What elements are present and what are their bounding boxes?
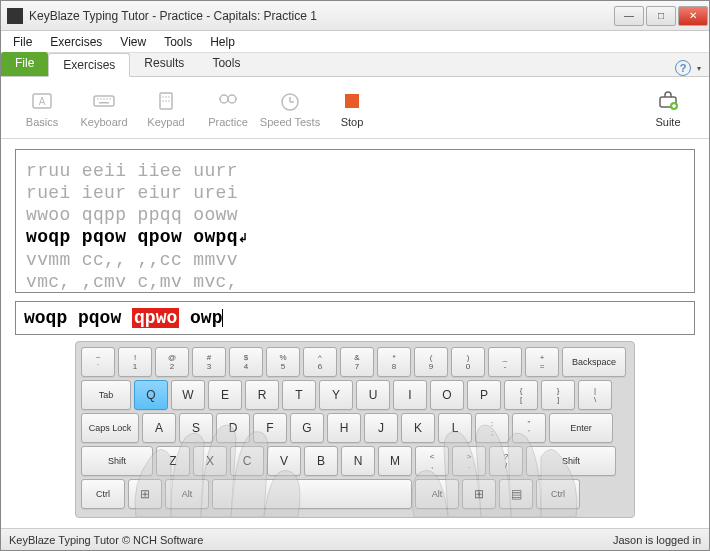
practice-line: ruei ieur eiur urei [26, 182, 684, 204]
key-menu[interactable]: ▤ [499, 479, 533, 509]
key-enter[interactable]: Enter [549, 413, 613, 443]
toolbtn-suite[interactable]: Suite [637, 88, 699, 128]
key-ctrl-right[interactable]: Ctrl [536, 479, 580, 509]
tab-results[interactable]: Results [130, 52, 198, 76]
key-win-left[interactable]: ⊞ [128, 479, 162, 509]
key-@[interactable]: @2 [155, 347, 189, 377]
toolbtn-stop[interactable]: Stop [321, 88, 383, 128]
tab-exercises[interactable]: Exercises [48, 53, 130, 77]
key-h[interactable]: H [327, 413, 361, 443]
key-)[interactable]: )0 [451, 347, 485, 377]
key-p[interactable]: P [467, 380, 501, 410]
key-r[interactable]: R [245, 380, 279, 410]
basics-icon: A [29, 88, 55, 114]
typed-text: woqp pqow [24, 308, 132, 328]
key-([interactable]: (9 [414, 347, 448, 377]
stop-icon [339, 88, 365, 114]
key-m[interactable]: M [378, 446, 412, 476]
key-backspace[interactable]: Backspace [562, 347, 626, 377]
toolbar: A Basics Keyboard Keypad Practice Speed … [1, 77, 709, 139]
key-}[interactable]: }] [541, 380, 575, 410]
practice-line: vmc, ,cmv c,mv mvc, [26, 271, 684, 293]
key-space[interactable] [212, 479, 412, 509]
key-n[interactable]: N [341, 446, 375, 476]
key-j[interactable]: J [364, 413, 398, 443]
toolbtn-keypad[interactable]: Keypad [135, 88, 197, 128]
svg-point-12 [165, 96, 167, 98]
key-u[interactable]: U [356, 380, 390, 410]
key-%[interactable]: %5 [266, 347, 300, 377]
tab-file[interactable]: File [1, 52, 48, 76]
key-:[interactable]: :; [475, 413, 509, 443]
key-k[interactable]: K [401, 413, 435, 443]
key-g[interactable]: G [290, 413, 324, 443]
key-~[interactable]: ~` [81, 347, 115, 377]
key-win-right[interactable]: ⊞ [462, 479, 496, 509]
key-#[interactable]: #3 [192, 347, 226, 377]
key->[interactable]: >. [452, 446, 486, 476]
key-![interactable]: !1 [118, 347, 152, 377]
key-x[interactable]: X [193, 446, 227, 476]
key-tab[interactable]: Tab [81, 380, 131, 410]
menu-help[interactable]: Help [202, 33, 243, 51]
key-_[interactable]: _- [488, 347, 522, 377]
toolbtn-keyboard[interactable]: Keyboard [73, 88, 135, 128]
key-*[interactable]: *8 [377, 347, 411, 377]
key-?[interactable]: ?/ [489, 446, 523, 476]
key-t[interactable]: T [282, 380, 316, 410]
key-"[interactable]: "' [512, 413, 546, 443]
key-shift-left[interactable]: Shift [81, 446, 153, 476]
toolbtn-label: Basics [26, 116, 58, 128]
key-v[interactable]: V [267, 446, 301, 476]
key-q[interactable]: Q [134, 380, 168, 410]
maximize-button[interactable]: □ [646, 6, 676, 26]
key-<[interactable]: <, [415, 446, 449, 476]
key-b[interactable]: B [304, 446, 338, 476]
menu-tools[interactable]: Tools [156, 33, 200, 51]
toolbtn-practice[interactable]: Practice [197, 88, 259, 128]
svg-point-14 [162, 100, 164, 102]
key-{[interactable]: {[ [504, 380, 538, 410]
key-^[interactable]: ^6 [303, 347, 337, 377]
key-c[interactable]: C [230, 446, 264, 476]
svg-point-7 [106, 98, 108, 100]
tab-tools[interactable]: Tools [198, 52, 254, 76]
toolbtn-label: Keypad [147, 116, 184, 128]
key-shift-right[interactable]: Shift [526, 446, 616, 476]
key-+[interactable]: += [525, 347, 559, 377]
key-alt-left[interactable]: Alt [165, 479, 209, 509]
key-alt-right[interactable]: Alt [415, 479, 459, 509]
key-w[interactable]: W [171, 380, 205, 410]
key-ctrl-left[interactable]: Ctrl [81, 479, 125, 509]
svg-rect-2 [94, 96, 114, 106]
key-|[interactable]: |\ [578, 380, 612, 410]
key-d[interactable]: D [216, 413, 250, 443]
toolbtn-basics[interactable]: A Basics [11, 88, 73, 128]
key-o[interactable]: O [430, 380, 464, 410]
key-z[interactable]: Z [156, 446, 190, 476]
svg-point-4 [97, 98, 99, 100]
close-button[interactable]: ✕ [678, 6, 708, 26]
key-y[interactable]: Y [319, 380, 353, 410]
toolbtn-speed-tests[interactable]: Speed Tests [259, 88, 321, 128]
menu-view[interactable]: View [112, 33, 154, 51]
help-icon[interactable]: ? [675, 60, 691, 76]
toolbtn-label: Practice [208, 116, 248, 128]
key-capslock[interactable]: Caps Lock [81, 413, 139, 443]
dropdown-icon[interactable]: ▾ [697, 64, 701, 73]
suite-icon [655, 88, 681, 114]
key-f[interactable]: F [253, 413, 287, 443]
toolbtn-label: Suite [655, 116, 680, 128]
key-i[interactable]: I [393, 380, 427, 410]
key-a[interactable]: A [142, 413, 176, 443]
minimize-button[interactable]: — [614, 6, 644, 26]
key-e[interactable]: E [208, 380, 242, 410]
menu-exercises[interactable]: Exercises [42, 33, 110, 51]
error-text: qpwo [132, 308, 179, 328]
key-s[interactable]: S [179, 413, 213, 443]
typing-input[interactable]: woqp pqow qpwo owp [15, 301, 695, 335]
key-l[interactable]: L [438, 413, 472, 443]
key-&[interactable]: &7 [340, 347, 374, 377]
key-$[interactable]: $4 [229, 347, 263, 377]
menu-file[interactable]: File [5, 33, 40, 51]
